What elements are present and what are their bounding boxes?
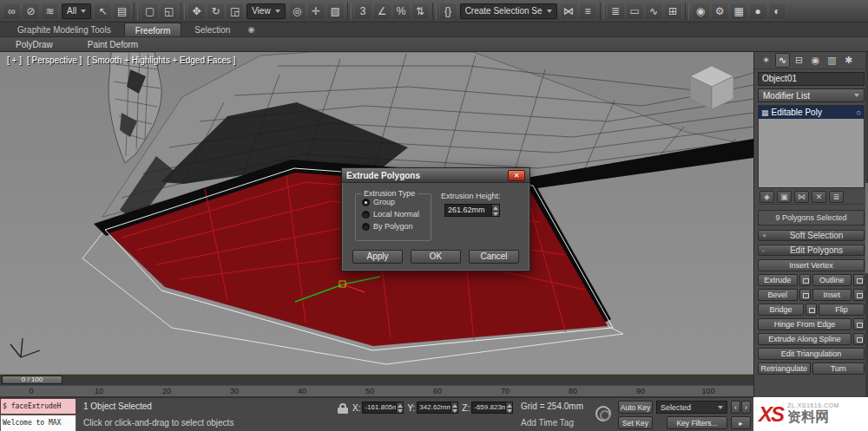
turn-button[interactable]: Turn — [812, 362, 865, 375]
spinner-down-icon[interactable] — [451, 408, 457, 413]
spinner-down-icon[interactable] — [397, 408, 403, 413]
angle-snap-icon[interactable]: ∠ — [373, 3, 391, 20]
extrusion-height-field[interactable]: 261.62mm — [444, 204, 500, 217]
key-filters-button[interactable]: Key Filters... — [667, 416, 727, 429]
spinner-down-icon[interactable] — [506, 408, 512, 413]
hinge-from-edge-button[interactable]: Hinge From Edge — [758, 318, 852, 330]
previous-key-button[interactable]: ‹ — [731, 401, 740, 414]
ribbon-tab-freeform[interactable]: Freeform — [124, 23, 182, 36]
viewport-shading-menu[interactable]: [ Smooth + Highlights + Edged Faces ] — [87, 56, 235, 65]
ribbon-tab-selection[interactable]: Selection — [184, 23, 240, 36]
edit-named-selection-sets-icon[interactable]: {} — [439, 3, 457, 20]
x-coordinate-spinner[interactable] — [396, 402, 403, 413]
viewport-view-menu[interactable]: [ Perspective ] — [27, 56, 82, 65]
insert-vertex-button[interactable]: Insert Vertex — [758, 259, 865, 271]
extrude-along-spline-settings-button[interactable] — [853, 333, 865, 345]
schematic-view-icon[interactable]: ⊞ — [664, 3, 682, 20]
modifier-list-dropdown[interactable]: Modifier List — [758, 88, 865, 102]
unlink-selection-icon[interactable]: ⊘ — [22, 3, 40, 20]
dialog-title-bar[interactable]: Extrude Polygons ✕ — [342, 168, 529, 183]
add-time-tag[interactable]: Add Time Tag — [521, 418, 574, 428]
hinge-from-edge-settings-button[interactable] — [853, 318, 865, 330]
group-radio[interactable]: Group — [362, 198, 431, 206]
ribbon-tab-graphite-modeling-tools[interactable]: Graphite Modeling Tools — [7, 23, 122, 36]
select-and-move-icon[interactable]: ✥ — [187, 3, 206, 20]
named-selection-set-dropdown[interactable]: Create Selection Se — [460, 3, 557, 19]
outline-button[interactable]: Outline — [812, 274, 852, 286]
ribbon-subtab-polydraw[interactable]: PolyDraw — [16, 40, 53, 49]
bevel-settings-button[interactable] — [799, 289, 811, 301]
selection-filter-dropdown[interactable]: All — [62, 3, 91, 19]
configure-modifier-sets-icon[interactable]: ≣ — [829, 191, 844, 203]
apply-button[interactable]: Apply — [352, 250, 403, 264]
render-iterative-icon[interactable]: ◐ — [768, 3, 786, 20]
x-coordinate-field[interactable]: -161.805m — [362, 402, 404, 414]
select-object-icon[interactable]: ↖ — [94, 3, 112, 20]
rollout-soft-selection[interactable]: + Soft Selection — [758, 230, 865, 241]
inset-settings-button[interactable] — [853, 289, 865, 301]
next-key-button[interactable]: › — [741, 401, 751, 414]
bridge-settings-button[interactable] — [806, 304, 817, 316]
ribbon-config-icon[interactable]: ◉ — [243, 23, 259, 36]
rendered-frame-icon[interactable]: ▦ — [730, 3, 748, 20]
object-name-field[interactable]: Object01 — [758, 72, 865, 86]
align-icon[interactable]: ≡ — [579, 3, 597, 20]
extrude-along-spline-button[interactable]: Extrude Along Spline — [758, 333, 852, 345]
percent-snap-icon[interactable]: % — [392, 3, 411, 20]
pin-stack-icon[interactable]: ◈ — [760, 191, 774, 203]
extrude-button[interactable]: Extrude — [758, 274, 798, 286]
hierarchy-tab-icon[interactable]: ⊟ — [792, 53, 806, 68]
spinner-down-icon[interactable] — [492, 211, 499, 217]
selection-lock-icon[interactable] — [337, 403, 349, 415]
maxscript-listener-line[interactable]: Welcome to MAX — [0, 415, 76, 431]
time-slider-track[interactable]: 0 / 100 — [0, 374, 753, 385]
extrusion-height-spinner[interactable] — [491, 205, 499, 216]
by-polygon-radio[interactable]: By Polygon — [362, 222, 431, 231]
window-crossing-icon[interactable]: ◱ — [160, 3, 178, 20]
z-coordinate-field[interactable]: -659.823m — [471, 402, 513, 414]
viewport-menu-plus[interactable]: [ + ] — [7, 56, 22, 65]
reference-coordinate-dropdown[interactable]: View — [247, 3, 286, 19]
display-tab-icon[interactable]: ▥ — [825, 53, 839, 68]
y-coordinate-spinner[interactable] — [450, 402, 457, 413]
spinner-snap-icon[interactable]: ⇅ — [411, 3, 430, 20]
visibility-bulb-icon[interactable]: ○ — [857, 108, 861, 117]
make-unique-icon[interactable]: ⋈ — [794, 191, 809, 203]
offset-mode-icon[interactable] — [595, 406, 611, 421]
keyboard-shortcut-override-icon[interactable]: ▧ — [326, 3, 345, 20]
key-mode-dropdown[interactable]: Selected — [656, 401, 727, 414]
time-slider[interactable]: 0 / 100 — [2, 375, 62, 384]
select-by-name-icon[interactable]: ▤ — [113, 3, 131, 20]
motion-tab-icon[interactable]: ◉ — [808, 53, 823, 68]
maxscript-macro-line[interactable]: $ faceExtrudeH — [0, 398, 76, 415]
close-icon[interactable]: ✕ — [508, 170, 525, 181]
curve-editor-icon[interactable]: ∿ — [645, 3, 663, 20]
inset-button[interactable]: Inset — [812, 289, 852, 301]
set-key-button[interactable]: Set Key — [618, 416, 653, 429]
select-and-link-icon[interactable]: ∞ — [3, 3, 21, 20]
utilities-tab-icon[interactable]: ✱ — [841, 53, 856, 68]
remove-modifier-icon[interactable]: ✕ — [812, 191, 826, 203]
use-pivot-center-icon[interactable]: ◎ — [288, 3, 306, 20]
y-coordinate-field[interactable]: 342.62mm — [417, 402, 458, 414]
cancel-button[interactable]: Cancel — [469, 250, 519, 264]
track-bar[interactable]: 0102030405060708090100 — [0, 385, 753, 397]
extrude-settings-button[interactable] — [799, 274, 811, 286]
graphite-ribbon-toggle-icon[interactable]: ▭ — [626, 3, 644, 20]
layer-manager-icon[interactable]: ≣ — [607, 3, 625, 20]
rollout-edit-polygons[interactable]: - Edit Polygons — [758, 245, 865, 256]
retriangulate-button[interactable]: Retriangulate — [758, 362, 811, 375]
mirror-icon[interactable]: ⋈ — [560, 3, 578, 20]
play-animation-button[interactable]: ▸ — [731, 416, 751, 429]
select-and-rotate-icon[interactable]: ↻ — [207, 3, 225, 20]
select-and-manipulate-icon[interactable]: ✛ — [307, 3, 326, 20]
rectangular-selection-icon[interactable]: ▢ — [141, 3, 159, 20]
local-normal-radio[interactable]: Local Normal — [362, 210, 431, 219]
bridge-button[interactable]: Bridge — [758, 304, 804, 316]
render-setup-icon[interactable]: ⚙ — [711, 3, 729, 20]
auto-key-button[interactable]: Auto Key — [618, 401, 653, 414]
stack-item-editable-poly[interactable]: ▦ Editable Poly ○ — [759, 106, 864, 119]
material-editor-icon[interactable]: ◉ — [692, 3, 710, 20]
ok-button[interactable]: OK — [411, 250, 461, 264]
snaps-toggle-icon[interactable]: 3 — [354, 3, 372, 20]
